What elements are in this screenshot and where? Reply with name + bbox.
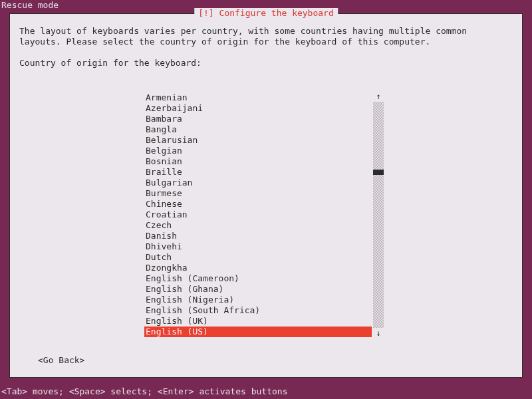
- list-item[interactable]: Croatian: [144, 209, 372, 220]
- scroll-down-icon[interactable]: ↓: [376, 329, 381, 337]
- list-item[interactable]: English (UK): [144, 316, 372, 327]
- scrollbar-thumb[interactable]: [373, 170, 384, 175]
- scrollbar-track[interactable]: [373, 102, 384, 328]
- list-item[interactable]: Belgian: [144, 146, 372, 156]
- list-item[interactable]: Azerbaijani: [144, 103, 372, 114]
- list-item[interactable]: English (South Africa): [144, 305, 372, 316]
- dialog-description: The layout of keyboards varies per count…: [19, 26, 513, 47]
- list-item[interactable]: Chinese: [144, 199, 372, 209]
- scroll-up-icon[interactable]: ↑: [376, 92, 381, 100]
- list-item[interactable]: Czech: [144, 220, 372, 231]
- keyboard-origin-list[interactable]: ArmenianAzerbaijaniBambaraBanglaBelarusi…: [144, 92, 392, 342]
- list-item[interactable]: Bambara: [144, 114, 372, 124]
- list-item[interactable]: Danish: [144, 231, 372, 241]
- dialog-prompt: Country of origin for the keyboard:: [19, 58, 513, 68]
- list-item[interactable]: Armenian: [144, 92, 372, 103]
- list-item[interactable]: Dutch: [144, 252, 372, 263]
- footer-hint: <Tab> moves; <Space> selects; <Enter> ac…: [1, 386, 287, 396]
- go-back-button[interactable]: <Go Back>: [38, 355, 84, 365]
- list-item[interactable]: English (Ghana): [144, 284, 372, 295]
- list-item[interactable]: Dzongkha: [144, 263, 372, 273]
- list-item[interactable]: Bangla: [144, 124, 372, 135]
- list-item[interactable]: Braille: [144, 167, 372, 178]
- list-item[interactable]: Bosnian: [144, 156, 372, 167]
- list-item[interactable]: English (US): [144, 327, 372, 337]
- list-item[interactable]: Dhivehi: [144, 241, 372, 252]
- mode-label: Rescue mode: [1, 0, 59, 10]
- list-item[interactable]: English (Nigeria): [144, 295, 372, 305]
- list-item[interactable]: Belarusian: [144, 135, 372, 146]
- list-item[interactable]: English (Cameroon): [144, 273, 372, 284]
- scrollbar[interactable]: ↑ ↓: [373, 92, 385, 337]
- dialog-body: The layout of keyboards varies per count…: [10, 14, 522, 68]
- configure-keyboard-dialog: [!] Configure the keyboard The layout of…: [9, 13, 523, 378]
- list-item[interactable]: Bulgarian: [144, 178, 372, 188]
- dialog-title: [!] Configure the keyboard: [194, 8, 338, 18]
- list-item[interactable]: Burmese: [144, 188, 372, 199]
